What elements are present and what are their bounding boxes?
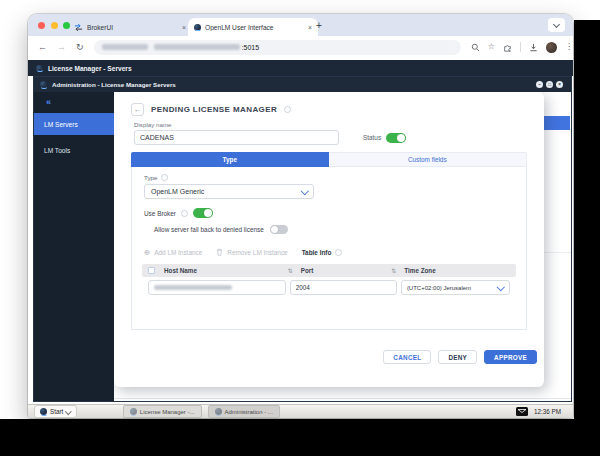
display-name-input[interactable] bbox=[134, 130, 339, 145]
tab-close-icon[interactable]: × bbox=[182, 24, 186, 31]
taskbar: Start License Manager -... Administratio… bbox=[28, 404, 573, 418]
taskbar-item-license-manager[interactable]: License Manager -... bbox=[123, 405, 202, 418]
new-tab-button[interactable]: + bbox=[316, 20, 322, 32]
window-controls: – □ × bbox=[536, 81, 563, 88]
table-toolbar: ⊕ Add LM Instance Remove LM Instance bbox=[144, 248, 342, 256]
display-name-label: Display name bbox=[134, 121, 172, 128]
tab-label: Type bbox=[223, 156, 237, 163]
tab-search-button[interactable] bbox=[548, 18, 565, 32]
background-selected-row bbox=[540, 116, 570, 130]
reload-icon[interactable]: ↻ bbox=[76, 42, 84, 52]
tab-brokerui[interactable]: BrokerUI × bbox=[68, 18, 192, 36]
add-lm-instance-label: Add LM Instance bbox=[154, 249, 202, 256]
close-window-button[interactable] bbox=[38, 22, 45, 29]
sort-icon[interactable]: ⇅ bbox=[288, 267, 293, 274]
tab-openlm[interactable]: OpenLM User Interface × bbox=[188, 18, 318, 36]
taskbar-item-icon bbox=[215, 408, 222, 415]
fallback-label: Allow server fall back to denied license bbox=[154, 226, 264, 233]
taskbar-item-administration[interactable]: Administration - ... bbox=[208, 405, 280, 418]
outer-app-titlebar: License Manager - Servers bbox=[28, 60, 573, 76]
type-label-row: Type bbox=[144, 174, 168, 181]
sidebar: « LM Servers LM Tools bbox=[34, 92, 114, 401]
back-button[interactable]: ← bbox=[131, 103, 144, 116]
redacted-url-segment bbox=[154, 44, 240, 50]
profile-avatar[interactable] bbox=[546, 42, 557, 53]
deny-button[interactable]: DENY bbox=[438, 350, 477, 364]
display-name-row: Status bbox=[134, 130, 406, 145]
pending-license-manager-panel: ← PENDING LICENSE MANAGER Display name S… bbox=[114, 92, 544, 387]
minimize-window-button[interactable] bbox=[51, 22, 58, 29]
table-info: Table Info bbox=[302, 249, 343, 256]
url-port-text: :5015 bbox=[242, 44, 260, 51]
port-value: 2004 bbox=[296, 284, 310, 291]
modal-header: ← PENDING LICENSE MANAGER bbox=[131, 103, 291, 116]
taskbar-item-label: Administration - ... bbox=[225, 409, 273, 415]
remove-lm-instance-button[interactable]: Remove LM Instance bbox=[216, 248, 287, 256]
sidebar-item-label: LM Servers bbox=[44, 121, 78, 128]
use-broker-toggle[interactable] bbox=[193, 208, 213, 218]
toolbar-right-icons: ☆ ⋮ bbox=[471, 42, 573, 53]
bookmark-star-icon[interactable]: ☆ bbox=[488, 43, 495, 51]
column-time-zone[interactable]: Time Zone bbox=[404, 267, 510, 274]
cancel-button[interactable]: CANCEL bbox=[383, 350, 431, 364]
modal-footer: CANCEL DENY APPROVE bbox=[383, 350, 537, 364]
column-host-name[interactable]: Host Name ⇅ bbox=[162, 267, 301, 274]
remove-lm-instance-label: Remove LM Instance bbox=[227, 249, 287, 256]
openlm-logo-icon bbox=[36, 65, 43, 72]
minimize-icon[interactable]: – bbox=[536, 81, 543, 88]
sidebar-collapse-icon[interactable]: « bbox=[34, 92, 114, 107]
tab-custom-fields[interactable]: Custom fields bbox=[329, 152, 528, 167]
tab-close-icon[interactable]: × bbox=[308, 24, 312, 31]
backdrop-bottom bbox=[0, 419, 600, 456]
approve-button[interactable]: APPROVE bbox=[484, 350, 537, 364]
tab-label: Custom fields bbox=[408, 156, 447, 163]
table-info-label: Table Info bbox=[302, 249, 332, 256]
use-broker-label: Use Broker bbox=[144, 210, 176, 217]
chevron-down-icon bbox=[553, 20, 560, 27]
column-port[interactable]: Port ⇅ bbox=[301, 267, 405, 274]
status-label: Status bbox=[363, 134, 381, 141]
toolbar-divider bbox=[520, 42, 521, 52]
start-button[interactable]: Start bbox=[34, 405, 77, 418]
info-icon[interactable] bbox=[181, 210, 188, 217]
status-toggle[interactable] bbox=[386, 133, 406, 143]
use-broker-row: Use Broker bbox=[144, 208, 213, 218]
fallback-toggle[interactable] bbox=[270, 225, 288, 234]
info-icon[interactable] bbox=[335, 249, 342, 256]
forward-icon[interactable]: → bbox=[57, 42, 66, 52]
type-select[interactable]: OpenLM Generic bbox=[144, 184, 314, 199]
menu-kebab-icon[interactable]: ⋮ bbox=[565, 43, 573, 51]
extensions-icon[interactable] bbox=[503, 43, 512, 52]
address-bar[interactable]: :5015 bbox=[94, 40, 461, 55]
maximize-icon[interactable]: □ bbox=[546, 81, 553, 88]
sort-icon[interactable]: ⇅ bbox=[391, 267, 396, 274]
time-zone-select[interactable]: (UTC+02:00) Jerusalem bbox=[401, 280, 510, 295]
add-circle-icon: ⊕ bbox=[144, 249, 150, 256]
close-icon[interactable]: × bbox=[556, 81, 563, 88]
fallback-row: Allow server fall back to denied license bbox=[154, 225, 288, 234]
taskbar-clock: 12:36 PM bbox=[534, 408, 561, 415]
download-icon[interactable] bbox=[529, 43, 538, 52]
macos-traffic-lights bbox=[38, 22, 70, 29]
host-name-input[interactable] bbox=[148, 280, 286, 295]
tab-type[interactable]: Type bbox=[131, 152, 329, 167]
back-icon[interactable]: ← bbox=[38, 42, 47, 52]
browser-toolbar: ← → ↻ :5015 ☆ ⋮ bbox=[28, 36, 573, 59]
status-field: Status bbox=[363, 133, 406, 143]
select-all-checkbox[interactable] bbox=[148, 267, 155, 274]
envelope-icon[interactable] bbox=[516, 407, 528, 416]
redacted-host-name bbox=[154, 285, 232, 290]
chevron-down-icon bbox=[497, 283, 505, 291]
start-label: Start bbox=[50, 408, 63, 415]
sidebar-item-lm-servers[interactable]: LM Servers bbox=[34, 113, 114, 135]
trash-icon bbox=[216, 248, 223, 256]
info-icon[interactable] bbox=[284, 106, 291, 113]
backdrop-right bbox=[574, 20, 600, 456]
search-icon[interactable] bbox=[471, 43, 480, 52]
taskbar-item-icon bbox=[130, 408, 137, 415]
port-input[interactable]: 2004 bbox=[290, 280, 397, 295]
info-icon[interactable] bbox=[161, 174, 168, 181]
add-lm-instance-button[interactable]: ⊕ Add LM Instance bbox=[144, 249, 202, 256]
sidebar-item-lm-tools[interactable]: LM Tools bbox=[34, 139, 114, 161]
column-label: Time Zone bbox=[404, 267, 435, 274]
